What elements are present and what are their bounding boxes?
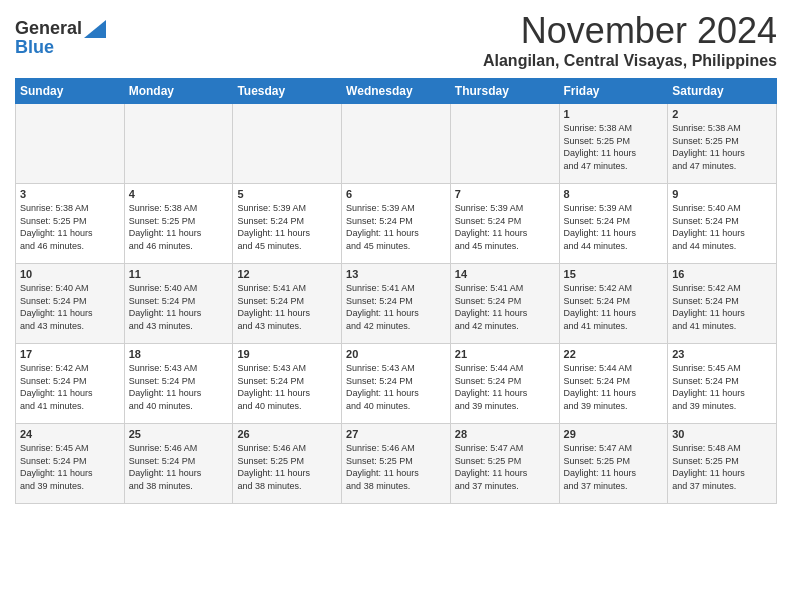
day-info: Sunrise: 5:42 AM Sunset: 5:24 PM Dayligh… [564, 282, 664, 332]
weekday-tuesday: Tuesday [233, 79, 342, 104]
calendar-cell: 14Sunrise: 5:41 AM Sunset: 5:24 PM Dayli… [450, 264, 559, 344]
day-info: Sunrise: 5:39 AM Sunset: 5:24 PM Dayligh… [564, 202, 664, 252]
calendar-cell: 15Sunrise: 5:42 AM Sunset: 5:24 PM Dayli… [559, 264, 668, 344]
calendar-cell: 30Sunrise: 5:48 AM Sunset: 5:25 PM Dayli… [668, 424, 777, 504]
day-number: 24 [20, 428, 120, 440]
day-info: Sunrise: 5:44 AM Sunset: 5:24 PM Dayligh… [455, 362, 555, 412]
calendar-cell: 23Sunrise: 5:45 AM Sunset: 5:24 PM Dayli… [668, 344, 777, 424]
calendar-cell: 27Sunrise: 5:46 AM Sunset: 5:25 PM Dayli… [342, 424, 451, 504]
day-number: 22 [564, 348, 664, 360]
day-info: Sunrise: 5:47 AM Sunset: 5:25 PM Dayligh… [564, 442, 664, 492]
day-number: 21 [455, 348, 555, 360]
svg-marker-0 [84, 20, 106, 38]
day-info: Sunrise: 5:39 AM Sunset: 5:24 PM Dayligh… [455, 202, 555, 252]
day-number: 7 [455, 188, 555, 200]
day-info: Sunrise: 5:43 AM Sunset: 5:24 PM Dayligh… [129, 362, 229, 412]
day-number: 23 [672, 348, 772, 360]
calendar-cell: 29Sunrise: 5:47 AM Sunset: 5:25 PM Dayli… [559, 424, 668, 504]
day-info: Sunrise: 5:40 AM Sunset: 5:24 PM Dayligh… [129, 282, 229, 332]
day-number: 29 [564, 428, 664, 440]
location-title: Alangilan, Central Visayas, Philippines [483, 52, 777, 70]
calendar-cell: 2Sunrise: 5:38 AM Sunset: 5:25 PM Daylig… [668, 104, 777, 184]
day-number: 15 [564, 268, 664, 280]
calendar-cell: 10Sunrise: 5:40 AM Sunset: 5:24 PM Dayli… [16, 264, 125, 344]
weekday-saturday: Saturday [668, 79, 777, 104]
calendar-cell: 12Sunrise: 5:41 AM Sunset: 5:24 PM Dayli… [233, 264, 342, 344]
calendar-cell [16, 104, 125, 184]
day-number: 2 [672, 108, 772, 120]
calendar-cell: 4Sunrise: 5:38 AM Sunset: 5:25 PM Daylig… [124, 184, 233, 264]
day-number: 26 [237, 428, 337, 440]
logo-general-text: General [15, 18, 82, 39]
day-info: Sunrise: 5:38 AM Sunset: 5:25 PM Dayligh… [20, 202, 120, 252]
day-number: 4 [129, 188, 229, 200]
calendar-cell [450, 104, 559, 184]
day-info: Sunrise: 5:48 AM Sunset: 5:25 PM Dayligh… [672, 442, 772, 492]
day-info: Sunrise: 5:38 AM Sunset: 5:25 PM Dayligh… [564, 122, 664, 172]
day-info: Sunrise: 5:43 AM Sunset: 5:24 PM Dayligh… [346, 362, 446, 412]
day-info: Sunrise: 5:41 AM Sunset: 5:24 PM Dayligh… [455, 282, 555, 332]
calendar-body: 1Sunrise: 5:38 AM Sunset: 5:25 PM Daylig… [16, 104, 777, 504]
weekday-wednesday: Wednesday [342, 79, 451, 104]
day-number: 19 [237, 348, 337, 360]
calendar-header: SundayMondayTuesdayWednesdayThursdayFrid… [16, 79, 777, 104]
page-header: General Blue November 2024 Alangilan, Ce… [15, 10, 777, 70]
calendar-cell: 5Sunrise: 5:39 AM Sunset: 5:24 PM Daylig… [233, 184, 342, 264]
day-number: 10 [20, 268, 120, 280]
day-info: Sunrise: 5:38 AM Sunset: 5:25 PM Dayligh… [129, 202, 229, 252]
day-number: 16 [672, 268, 772, 280]
day-info: Sunrise: 5:44 AM Sunset: 5:24 PM Dayligh… [564, 362, 664, 412]
calendar-cell [342, 104, 451, 184]
day-info: Sunrise: 5:41 AM Sunset: 5:24 PM Dayligh… [346, 282, 446, 332]
day-number: 17 [20, 348, 120, 360]
calendar-week-row: 1Sunrise: 5:38 AM Sunset: 5:25 PM Daylig… [16, 104, 777, 184]
day-info: Sunrise: 5:46 AM Sunset: 5:25 PM Dayligh… [237, 442, 337, 492]
logo-blue-text: Blue [15, 37, 54, 58]
calendar-cell: 9Sunrise: 5:40 AM Sunset: 5:24 PM Daylig… [668, 184, 777, 264]
logo: General Blue [15, 10, 106, 58]
calendar-cell: 13Sunrise: 5:41 AM Sunset: 5:24 PM Dayli… [342, 264, 451, 344]
day-number: 12 [237, 268, 337, 280]
month-title: November 2024 [483, 10, 777, 52]
day-info: Sunrise: 5:39 AM Sunset: 5:24 PM Dayligh… [237, 202, 337, 252]
day-info: Sunrise: 5:41 AM Sunset: 5:24 PM Dayligh… [237, 282, 337, 332]
day-info: Sunrise: 5:45 AM Sunset: 5:24 PM Dayligh… [672, 362, 772, 412]
calendar-cell: 20Sunrise: 5:43 AM Sunset: 5:24 PM Dayli… [342, 344, 451, 424]
calendar-cell: 25Sunrise: 5:46 AM Sunset: 5:24 PM Dayli… [124, 424, 233, 504]
day-number: 3 [20, 188, 120, 200]
calendar-cell: 21Sunrise: 5:44 AM Sunset: 5:24 PM Dayli… [450, 344, 559, 424]
day-number: 1 [564, 108, 664, 120]
day-info: Sunrise: 5:39 AM Sunset: 5:24 PM Dayligh… [346, 202, 446, 252]
calendar-week-row: 3Sunrise: 5:38 AM Sunset: 5:25 PM Daylig… [16, 184, 777, 264]
calendar-cell: 8Sunrise: 5:39 AM Sunset: 5:24 PM Daylig… [559, 184, 668, 264]
calendar-cell: 16Sunrise: 5:42 AM Sunset: 5:24 PM Dayli… [668, 264, 777, 344]
calendar-cell: 18Sunrise: 5:43 AM Sunset: 5:24 PM Dayli… [124, 344, 233, 424]
day-number: 27 [346, 428, 446, 440]
calendar-table: SundayMondayTuesdayWednesdayThursdayFrid… [15, 78, 777, 504]
weekday-thursday: Thursday [450, 79, 559, 104]
calendar-cell: 19Sunrise: 5:43 AM Sunset: 5:24 PM Dayli… [233, 344, 342, 424]
day-number: 20 [346, 348, 446, 360]
day-number: 11 [129, 268, 229, 280]
day-info: Sunrise: 5:42 AM Sunset: 5:24 PM Dayligh… [672, 282, 772, 332]
day-number: 13 [346, 268, 446, 280]
day-info: Sunrise: 5:43 AM Sunset: 5:24 PM Dayligh… [237, 362, 337, 412]
day-info: Sunrise: 5:47 AM Sunset: 5:25 PM Dayligh… [455, 442, 555, 492]
day-info: Sunrise: 5:40 AM Sunset: 5:24 PM Dayligh… [20, 282, 120, 332]
calendar-cell: 26Sunrise: 5:46 AM Sunset: 5:25 PM Dayli… [233, 424, 342, 504]
day-info: Sunrise: 5:46 AM Sunset: 5:25 PM Dayligh… [346, 442, 446, 492]
weekday-header-row: SundayMondayTuesdayWednesdayThursdayFrid… [16, 79, 777, 104]
day-number: 8 [564, 188, 664, 200]
day-number: 30 [672, 428, 772, 440]
day-number: 5 [237, 188, 337, 200]
day-number: 14 [455, 268, 555, 280]
calendar-cell [124, 104, 233, 184]
calendar-week-row: 24Sunrise: 5:45 AM Sunset: 5:24 PM Dayli… [16, 424, 777, 504]
calendar-cell: 24Sunrise: 5:45 AM Sunset: 5:24 PM Dayli… [16, 424, 125, 504]
calendar-cell: 22Sunrise: 5:44 AM Sunset: 5:24 PM Dayli… [559, 344, 668, 424]
calendar-week-row: 10Sunrise: 5:40 AM Sunset: 5:24 PM Dayli… [16, 264, 777, 344]
title-section: November 2024 Alangilan, Central Visayas… [483, 10, 777, 70]
day-number: 9 [672, 188, 772, 200]
day-number: 28 [455, 428, 555, 440]
calendar-cell: 7Sunrise: 5:39 AM Sunset: 5:24 PM Daylig… [450, 184, 559, 264]
